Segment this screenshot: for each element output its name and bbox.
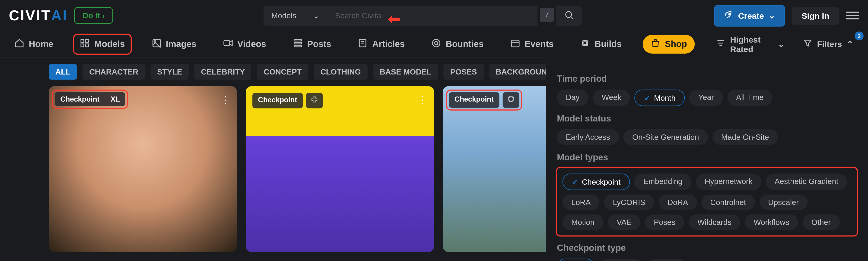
do-it-label: Do It [83, 11, 100, 20]
type-vae[interactable]: VAE [608, 215, 641, 230]
svg-rect-10 [294, 39, 302, 41]
filter-icon [803, 38, 813, 50]
svg-rect-18 [512, 40, 519, 47]
rocket-icon [723, 10, 734, 21]
nav-videos[interactable]: Videos [217, 35, 272, 53]
search-icon [564, 13, 574, 21]
card-menu-button[interactable]: ⋮ [417, 94, 427, 106]
puzzle-icon [306, 93, 322, 108]
nav-models-label: Models [94, 39, 125, 49]
type-poses[interactable]: Poses [645, 215, 684, 230]
sort-label: Highest Rated [730, 35, 773, 53]
nav-builds[interactable]: Builds [575, 35, 627, 53]
nav-models[interactable]: Models [74, 35, 130, 53]
svg-rect-4 [86, 39, 89, 42]
chip-celebrity[interactable]: CELEBRITY [194, 64, 251, 80]
filter-section-time: Time period [557, 74, 857, 84]
card-variant-badge: XL [105, 92, 125, 106]
chip-style[interactable]: STYLE [150, 64, 189, 80]
do-it-button[interactable]: Do It › [74, 7, 113, 24]
chip-clothing[interactable]: CLOTHING [314, 64, 368, 80]
target-icon [431, 38, 441, 50]
home-icon [14, 38, 24, 50]
time-week[interactable]: Week [593, 89, 630, 106]
type-workflows[interactable]: Workflows [745, 215, 798, 230]
time-year[interactable]: Year [689, 89, 723, 106]
posts-icon [293, 38, 303, 50]
status-early[interactable]: Early Access [557, 129, 619, 145]
nav-home[interactable]: Home [9, 35, 59, 53]
puzzle-icon [502, 92, 519, 108]
filter-section-types: Model types [557, 152, 857, 162]
svg-point-2 [729, 13, 730, 14]
type-checkpoint[interactable]: Checkpoint [562, 174, 630, 190]
type-dora[interactable]: DoRA [658, 195, 697, 210]
svg-rect-21 [584, 42, 586, 44]
type-wildcards[interactable]: Wildcards [689, 215, 740, 230]
type-hypernetwork[interactable]: Hypernetwork [696, 174, 762, 190]
cpu-icon [580, 38, 590, 50]
ckpt-trained[interactable]: Trained [599, 259, 643, 261]
create-button[interactable]: Create ⌄ [714, 5, 785, 26]
nav-home-label: Home [29, 39, 53, 49]
nav-events[interactable]: Events [504, 35, 559, 53]
nav-posts[interactable]: Posts [287, 35, 337, 53]
filters-button[interactable]: Filters ⌃ 2 [797, 35, 859, 53]
grid-icon [80, 38, 90, 50]
svg-rect-12 [294, 45, 302, 46]
status-onsite[interactable]: On-Site Generation [623, 129, 708, 145]
article-icon [358, 38, 368, 50]
filters-label: Filters [817, 39, 842, 49]
card-type-badge: Checkpoint [55, 92, 105, 106]
type-lora[interactable]: LoRA [562, 195, 599, 210]
time-all[interactable]: All Time [727, 89, 773, 106]
nav-shop[interactable]: Shop [643, 35, 695, 53]
card-type-badge: Checkpoint [449, 92, 499, 108]
chip-all[interactable]: ALL [49, 64, 77, 80]
search-input[interactable] [327, 5, 538, 26]
card-type-badge: Checkpoint [252, 93, 303, 108]
sort-button[interactable]: Highest Rated ⌄ [710, 31, 790, 57]
svg-rect-20 [583, 40, 588, 45]
type-aesthetic[interactable]: Aesthetic Gradient [766, 174, 847, 190]
chip-character[interactable]: CHARACTER [83, 64, 145, 80]
nav-bounties[interactable]: Bounties [426, 35, 489, 53]
menu-button[interactable] [846, 11, 859, 19]
calendar-icon [510, 38, 520, 50]
time-month[interactable]: Month [634, 89, 685, 106]
search-type-select[interactable]: Models ⌄ [264, 5, 327, 26]
svg-point-8 [154, 40, 156, 42]
card-menu-button[interactable]: ⋮ [220, 94, 230, 106]
nav-images[interactable]: Images [146, 35, 202, 53]
nav-videos-label: Videos [237, 39, 266, 49]
model-card[interactable]: Checkpoint XL ⋮ [49, 86, 237, 252]
ckpt-merge[interactable]: Merge [647, 259, 686, 261]
model-card[interactable]: Checkpoint ⋮ [246, 86, 434, 252]
nav-bounties-label: Bounties [446, 39, 484, 49]
ckpt-all[interactable]: All [557, 259, 594, 261]
search-type-label: Models [271, 11, 297, 20]
type-upscaler[interactable]: Upscaler [759, 195, 807, 210]
nav-events-label: Events [525, 39, 554, 49]
chip-poses[interactable]: POSES [444, 64, 484, 80]
logo[interactable]: CIVITAI [9, 7, 68, 24]
logo-text-left: CIVIT [9, 7, 51, 24]
signin-button[interactable]: Sign In [792, 6, 839, 25]
type-lycoris[interactable]: LyCORIS [604, 195, 654, 210]
chevron-down-icon: ⌄ [768, 10, 776, 21]
type-other[interactable]: Other [802, 215, 839, 230]
chip-base-model[interactable]: BASE MODEL [373, 64, 438, 80]
status-made[interactable]: Made On-Site [712, 129, 778, 145]
nav-articles[interactable]: Articles [352, 35, 410, 53]
type-embedding[interactable]: Embedding [634, 174, 691, 190]
create-label: Create [738, 11, 764, 21]
nav-articles-label: Articles [372, 39, 405, 49]
chip-concept[interactable]: CONCEPT [257, 64, 308, 80]
svg-point-17 [435, 41, 438, 44]
type-controlnet[interactable]: Controlnet [701, 195, 755, 210]
search-group: Models ⌄ / [264, 5, 582, 26]
type-motion[interactable]: Motion [562, 215, 603, 230]
search-button[interactable] [557, 5, 582, 26]
time-day[interactable]: Day [557, 89, 588, 106]
video-icon [223, 38, 233, 50]
